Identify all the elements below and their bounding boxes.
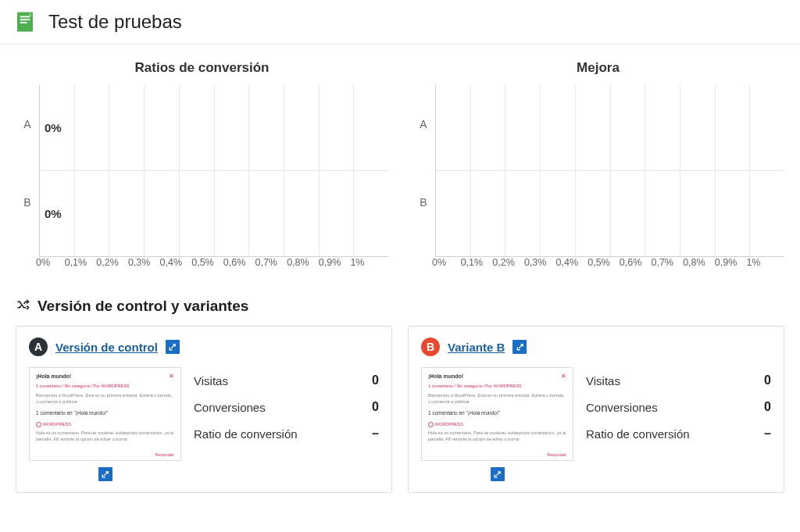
variant-thumbnail[interactable]: ✕¡Hola mundo!1 comentario / Sin categorí… [29, 367, 181, 461]
page-header: Test de pruebas [0, 0, 800, 45]
page-title: Test de pruebas [48, 11, 182, 33]
x-axis-tick: 0,7% [255, 257, 287, 268]
stat-value: 0 [372, 373, 379, 387]
stat-row: Visitas0 [586, 367, 771, 394]
x-axis-tick: 0,7% [651, 257, 683, 268]
stat-value: – [764, 427, 771, 441]
x-axis-tick: 0,4% [556, 257, 588, 268]
bar-value-label: 0% [45, 121, 62, 134]
x-axis-tick: 0,1% [65, 257, 97, 268]
external-link-icon[interactable] [166, 340, 180, 354]
variant-header: BVariante B [421, 337, 771, 356]
control-variant-card: AVersión de control ✕¡Hola mundo!1 comen… [16, 326, 392, 493]
shuffle-icon [16, 298, 30, 315]
stat-row: Visitas0 [194, 367, 379, 394]
y-axis-label: A [420, 118, 427, 130]
chart-title: Ratios de conversión [16, 60, 388, 76]
x-axis-tick: 0,6% [223, 257, 255, 268]
stat-value: 0 [372, 400, 379, 414]
x-axis-tick: 0% [36, 257, 68, 268]
variant-header: AVersión de control [29, 337, 379, 356]
x-axis-tick: 0% [432, 257, 464, 268]
x-axis-tick: 0,8% [683, 257, 715, 268]
external-link-icon[interactable] [512, 340, 527, 354]
improvement-chart: MejoraAB0%0,1%0,2%0,3%0,4%0,5%0,6%0,7%0,… [412, 60, 784, 268]
x-axis-tick: 0,9% [319, 257, 351, 268]
charts-container: Ratios de conversiónAB0%0%0%0,1%0,2%0,3%… [0, 45, 800, 276]
close-icon: ✕ [561, 373, 566, 380]
close-icon: ✕ [169, 373, 174, 380]
chart-row: 0% [40, 170, 388, 256]
stat-label: Ratio de conversión [586, 427, 690, 441]
variant-title-link[interactable]: Versión de control [55, 341, 158, 354]
chart-row [436, 170, 784, 256]
stat-value: 0 [764, 373, 771, 387]
stat-label: Conversiones [586, 401, 658, 414]
variant-title-link[interactable]: Variante B [448, 341, 505, 354]
stat-value: – [372, 427, 379, 441]
external-link-icon[interactable] [98, 467, 112, 481]
x-axis-tick: 1% [350, 257, 382, 268]
stat-row: Ratio de conversión– [194, 420, 379, 447]
chart-title: Mejora [412, 60, 784, 76]
y-axis-label: A [23, 118, 30, 130]
stat-row: Conversiones0 [194, 394, 379, 420]
x-axis-tick: 0,3% [128, 257, 160, 268]
conversion-ratio-chart: Ratios de conversiónAB0%0%0%0,1%0,2%0,3%… [16, 60, 388, 268]
stat-label: Visitas [586, 374, 620, 387]
variant-thumbnail[interactable]: ✕¡Hola mundo!1 comentario / Sin categorí… [421, 367, 573, 461]
stat-row: Ratio de conversión– [586, 420, 771, 447]
svg-rect-3 [20, 22, 27, 23]
section-title: Versión de control y variantes [38, 298, 248, 315]
bar-value-label: 0% [45, 207, 62, 220]
chart-row: 0% [40, 85, 388, 170]
x-axis-tick: 0,9% [715, 257, 747, 268]
x-axis-tick: 0,2% [96, 257, 128, 268]
stat-row: Conversiones0 [586, 394, 771, 420]
stat-value: 0 [764, 400, 771, 414]
x-axis-tick: 0,5% [191, 257, 223, 268]
x-axis-tick: 1% [746, 257, 778, 268]
document-icon [12, 9, 38, 34]
svg-rect-1 [20, 16, 30, 18]
x-axis-tick: 0,1% [461, 257, 493, 268]
variants-container: AVersión de control ✕¡Hola mundo!1 comen… [0, 326, 800, 509]
variant-b-card: BVariante B ✕¡Hola mundo!1 comentario / … [408, 326, 784, 493]
external-link-icon[interactable] [491, 467, 505, 481]
stat-label: Visitas [194, 374, 228, 387]
variant-badge: B [421, 337, 440, 356]
stat-label: Ratio de conversión [194, 427, 298, 441]
x-axis-tick: 0,6% [620, 257, 652, 268]
y-axis-label: B [420, 196, 427, 209]
stat-label: Conversiones [194, 401, 266, 414]
x-axis-tick: 0,4% [160, 257, 192, 268]
x-axis-tick: 0,5% [588, 257, 620, 268]
x-axis-tick: 0,3% [524, 257, 556, 268]
y-axis-label: B [23, 196, 30, 209]
chart-row [436, 85, 784, 170]
x-axis-tick: 0,8% [287, 257, 319, 268]
section-header: Versión de control y variantes [0, 276, 800, 326]
variant-badge: A [29, 337, 48, 356]
x-axis-tick: 0,2% [492, 257, 524, 268]
svg-rect-2 [20, 19, 30, 20]
